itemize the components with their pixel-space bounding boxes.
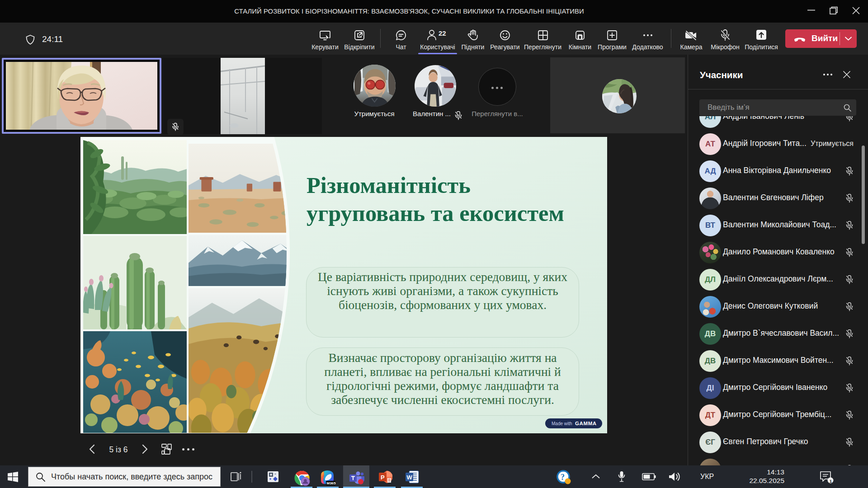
svg-text:P: P: [381, 474, 385, 481]
svg-text:1: 1: [830, 479, 832, 483]
svg-text:?: ?: [561, 473, 565, 482]
svg-text:22: 22: [439, 29, 446, 37]
svg-text:W: W: [407, 474, 413, 481]
svg-text:M365: M365: [327, 481, 336, 485]
